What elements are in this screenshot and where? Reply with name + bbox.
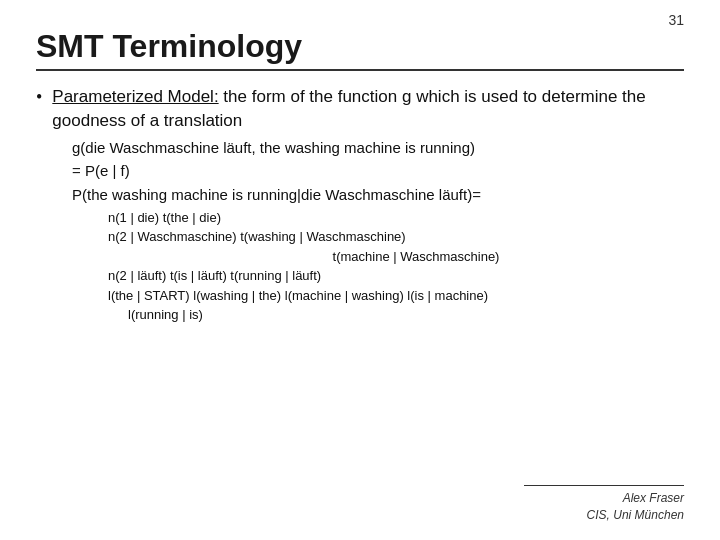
slide-number: 31	[668, 12, 684, 28]
indent2-line-1: n(1 | die) t(the | die)	[108, 208, 684, 228]
bullet-dot: •	[36, 84, 42, 110]
indent-line-3: P(the washing machine is running|die Was…	[72, 184, 684, 206]
indent2-line-4: n(2 | läuft) t(is | läuft) t(running | l…	[108, 266, 684, 286]
title-divider	[36, 69, 684, 71]
indent2-line-6: l(running | is)	[128, 305, 684, 325]
footer-institution: CIS, Uni München	[524, 507, 684, 524]
indent-line-1: g(die Waschmaschine läuft, the washing m…	[72, 137, 684, 159]
slide-container: 31 SMT Terminology • Parameterized Model…	[0, 0, 720, 540]
content-area: • Parameterized Model: the form of the f…	[36, 85, 684, 325]
indent2-lines: n(1 | die) t(the | die) n(2 | Waschmasch…	[108, 208, 684, 325]
term-underline: Parameterized Model:	[52, 87, 218, 106]
indent2-line-5: l(the | START) l(washing | the) l(machin…	[108, 286, 684, 306]
indent2-line-2: n(2 | Waschmaschine) t(washing | Waschma…	[108, 227, 684, 247]
footer-author: Alex Fraser	[524, 490, 684, 507]
bullet-text-1: Parameterized Model: the form of the fun…	[52, 85, 684, 133]
slide-title: SMT Terminology	[36, 28, 684, 65]
indent2-line-3: t(machine | Waschmaschine)	[148, 247, 684, 267]
bullet-item-1: • Parameterized Model: the form of the f…	[36, 85, 684, 133]
footer-rule	[524, 485, 684, 486]
indent-line-2: = P(e | f)	[72, 160, 684, 182]
footer-area: Alex Fraser CIS, Uni München	[524, 485, 684, 524]
